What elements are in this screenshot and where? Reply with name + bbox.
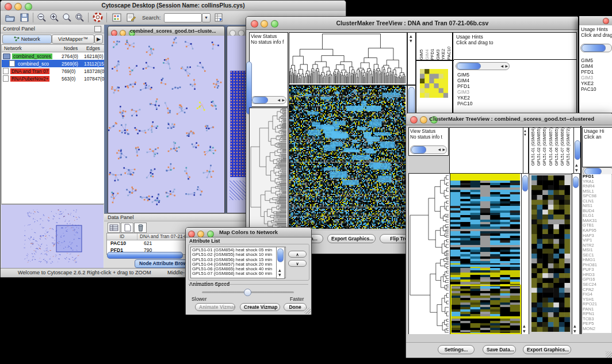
faster-label: Faster [290,296,304,302]
treeview1-column-dendrogram[interactable] [289,32,407,85]
usage-hints-title: Usage Hints [456,34,483,40]
float-panel-icon[interactable] [94,26,101,32]
network-tree-row[interactable]: combined_scores 2764(0) 16218(0) [2,52,104,60]
attribute-list[interactable]: GPL51-01 (GSM854) heat shock 05 minGPL51… [190,247,286,278]
scroll-down-icon[interactable]: ▼ [410,39,412,43]
close-icon[interactable] [410,116,418,124]
treeview3-usage-panel: Usage Hints Click and drag to GIM5GIM4PF… [579,25,612,113]
zoom-in-icon[interactable] [49,13,60,22]
scroll-down-icon[interactable]: ▼ [575,168,578,172]
treeview1-heatmap[interactable] [289,85,407,231]
treeview2-vscrollbar[interactable]: ▲ ▼ [521,173,529,335]
scroll-up-icon[interactable]: ▲ [278,269,281,272]
delete-attribute-icon[interactable] [134,223,147,233]
tab-network[interactable]: Network [2,35,52,44]
new-attribute-icon[interactable] [121,223,133,233]
view-status-hscrollbar[interactable]: ◀ ▶ [410,145,447,154]
treeview1-row-labels[interactable]: GIM5GIM4PFD1GIM3YKE2PAC10 [457,72,473,106]
create-vizmap-button[interactable]: Create Vizmap [240,303,280,311]
search-input[interactable] [164,13,202,22]
main-titlebar[interactable]: Cytoscape Desktop (Session Name: collins… [1,1,346,12]
attribute-select-icon[interactable] [108,223,120,233]
network-overview[interactable] [1,204,104,268]
network-tree-row[interactable]: combined_sco 2569(6) 13112(15) [2,60,104,67]
usage-hints-hscrollbar[interactable]: ◀ ▶ [456,62,510,70]
export-graphics-button[interactable]: Export Graphics... [327,234,376,243]
network-canvas[interactable] [108,36,224,213]
treeview1-column-labels[interactable]: GIM5GIM4PFD1GIM3YKE2PAC10 [416,32,456,61]
network-table-header[interactable]: Network Nodes Edges [2,45,104,52]
close-icon[interactable] [603,18,609,24]
treeview2-column-labels[interactable]: GPL51-01 (GSM854)GPL51-02 (GSM855)GPL51-… [529,127,575,174]
status-pan-hint: Middle- [167,269,185,277]
treeview3-window-fragment: Usage Hints Click and drag to GIM5GIM4PF… [578,16,612,113]
scroll-up-icon[interactable]: ▲ [524,129,526,132]
scroll-right-icon[interactable]: ▶ [282,98,285,102]
treeview2-mini-scroll[interactable]: ▲ ▼ [523,127,529,174]
slower-label: Slower [192,296,206,302]
move-down-button[interactable]: ∨ [288,260,307,267]
zoom-selected-icon[interactable] [74,13,85,22]
treeview2-zoom-heatmap[interactable] [531,175,570,332]
attribute-list-scrollbar[interactable]: ▲ ▼ [276,247,285,279]
network-tree-row[interactable]: DNA and Tran 07 769(0) 183728(0) [2,67,104,75]
search-dropdown-icon[interactable]: ▼ [202,13,211,22]
zoom-out-icon[interactable] [36,13,47,22]
import-table-icon[interactable] [213,13,224,22]
treeview1-view-status: View Status No status info f ◀ ▶ [249,32,288,107]
treeview2-zoom-scrollbar[interactable]: ▲ ▼ [572,173,580,335]
treeview1-mini-scroll[interactable]: ▲ ▼ [407,32,416,85]
tab-overflow-icon[interactable]: ▶ [94,35,103,44]
scroll-left-icon[interactable]: ◀ [277,98,280,102]
help-lifesaver-icon[interactable] [93,13,104,22]
network-tree-row[interactable]: RNAPuberNov2+ 563(0) 107847(0) [2,75,104,82]
treeview3-hscrollbar[interactable] [580,44,612,52]
zoom-fit-icon[interactable] [62,13,72,22]
treeview2-gene-labels[interactable]: PFD1YRA1RNR4MSL1SPC98CLN1NIS1BUD4ELG1MAK… [583,174,611,333]
export-graphics-button[interactable]: Export Graphics... [523,345,571,354]
scroll-right-icon[interactable]: ▶ [505,64,508,68]
scroll-down-icon[interactable]: ▼ [278,273,281,277]
treeview2-column-dendrogram[interactable] [449,127,524,174]
annotation-icon[interactable] [125,13,136,22]
scroll-up-icon[interactable]: ▲ [523,324,526,328]
tab-vizmapper[interactable]: VizMapper™ [52,35,94,44]
treeview3-row-labels[interactable]: GIM5GIM4PFD1GIM3YKE2PAC10 [581,58,596,92]
view-status-hscrollbar[interactable]: ◀ ▶ [251,96,286,104]
scroll-down-icon[interactable]: ▼ [573,329,576,333]
selection-rectangle [450,285,521,334]
status-welcome: Welcome to Cytoscape 2.6.2 [18,269,85,277]
save-data-button[interactable]: Save Data... [483,345,516,354]
move-up-button[interactable]: ∧ [288,251,307,258]
scroll-up-icon[interactable]: ▲ [410,35,412,38]
network-type-icon [3,53,10,59]
scroll-left-icon[interactable]: ◀ [438,148,441,151]
treeview1-row-dendrogram[interactable] [249,108,288,231]
treeview1-left-scrollbar[interactable] [246,62,252,114]
desktop-patch [311,253,347,279]
scroll-left-icon[interactable]: ◀ [500,64,503,68]
treeview2-row-dendrogram[interactable] [408,173,450,335]
treeview2-window: ClusterMaker TreeView : combined_scores_… [406,113,612,358]
tab-network-label: Network [21,36,40,42]
settings-button[interactable]: Settings... [438,345,475,354]
network-view-title: combined_scores_good.txt--cluste... [130,28,224,34]
data-panel-hscrollbar[interactable] [107,252,183,259]
save-session-icon[interactable] [19,13,30,22]
scroll-down-icon[interactable]: ▼ [524,133,526,136]
usage-hints-text: Click and drag to [581,32,612,38]
resize-grip[interactable] [606,351,612,358]
attribute-list-item[interactable]: GPL51-07 (GSM868) heat shock 60 min [192,271,285,276]
scroll-down-icon[interactable]: ▼ [523,329,526,333]
open-session-icon[interactable] [5,13,16,22]
scroll-right-icon[interactable]: ▶ [442,148,445,151]
toolbar-separator [106,13,107,22]
minimize-icon[interactable] [420,116,427,124]
network-type-icon [3,75,9,82]
scroll-up-icon[interactable]: ▲ [573,324,576,328]
resize-grip[interactable] [304,308,311,314]
done-button[interactable]: Done [284,303,307,311]
plugin-manager-icon[interactable] [112,13,123,22]
scroll-up-icon[interactable]: ▲ [575,163,578,167]
speed-slider-thumb[interactable] [244,289,251,296]
